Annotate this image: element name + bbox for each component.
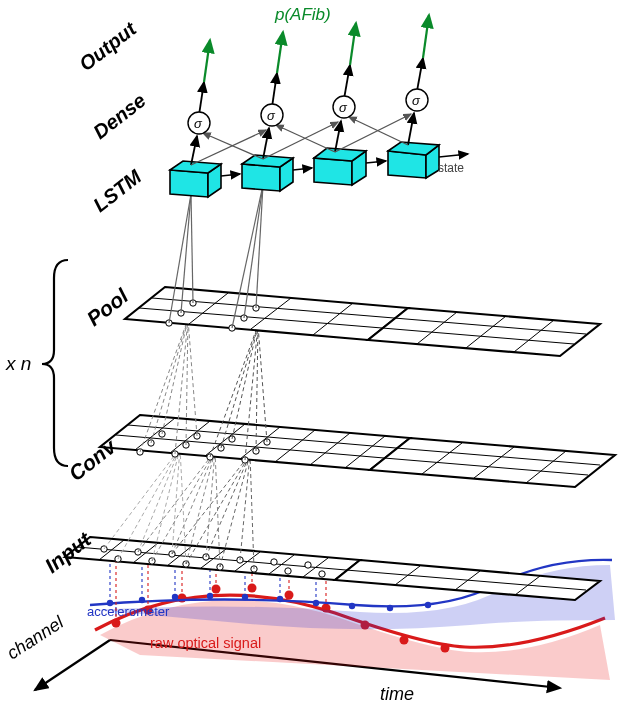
pool-layer: [125, 287, 600, 356]
xn-label: x n: [5, 353, 31, 374]
channel-axis-label: channel: [3, 612, 68, 664]
output-label: Output: [75, 17, 141, 76]
svg-line-141: [439, 154, 468, 157]
svg-line-72: [172, 454, 250, 554]
svg-line-161: [277, 32, 283, 73]
svg-line-139: [293, 168, 312, 170]
svg-point-52: [305, 562, 311, 568]
svg-line-145: [408, 113, 414, 145]
svg-line-146: [199, 82, 204, 115]
svg-point-17: [349, 603, 355, 609]
svg-line-104: [162, 319, 188, 434]
svg-point-18: [387, 605, 393, 611]
svg-line-144: [335, 121, 341, 152]
svg-point-19: [425, 602, 431, 608]
svg-line-143: [263, 128, 269, 159]
svg-line-163: [423, 15, 429, 58]
dense-label: Dense: [89, 89, 150, 143]
accel-label: accelerometer: [87, 604, 170, 619]
svg-point-58: [285, 568, 291, 574]
svg-line-147: [272, 73, 277, 107]
svg-line-73: [206, 454, 250, 557]
time-axis-label: time: [380, 684, 414, 704]
svg-point-51: [271, 559, 277, 565]
pafib-label: p(AFib): [274, 5, 331, 24]
svg-point-59: [319, 571, 325, 577]
dense-circles: [188, 89, 428, 134]
svg-line-138: [221, 174, 240, 176]
pool-label: Pool: [82, 283, 133, 330]
lstm-label: LSTM: [89, 164, 146, 216]
input-layer: [65, 537, 600, 600]
xn-brace: [42, 260, 68, 466]
sigma-2: σ: [267, 108, 276, 123]
svg-line-140: [366, 161, 386, 163]
lstm-layer: [170, 142, 468, 197]
svg-line-60: [104, 448, 180, 549]
svg-line-162: [350, 23, 356, 65]
svg-line-149: [417, 58, 423, 91]
svg-line-110: [232, 325, 258, 439]
output-arrows: [204, 15, 429, 82]
sigma-4: σ: [412, 93, 421, 108]
svg-point-8: [400, 636, 409, 645]
optical-label: raw optical signal: [150, 635, 261, 651]
svg-line-132: [191, 194, 193, 303]
architecture-diagram: time channel accelerometer raw optical s…: [0, 0, 640, 705]
state-axis-label: state: [438, 161, 464, 175]
diag-arrows-dense: [191, 114, 411, 165]
svg-line-142: [191, 136, 197, 165]
sigma-3: σ: [339, 100, 348, 115]
svg-line-74: [240, 454, 250, 560]
svg-point-9: [441, 644, 450, 653]
svg-line-148: [344, 65, 350, 99]
svg-line-160: [204, 40, 210, 82]
sigma-1: σ: [194, 116, 203, 131]
